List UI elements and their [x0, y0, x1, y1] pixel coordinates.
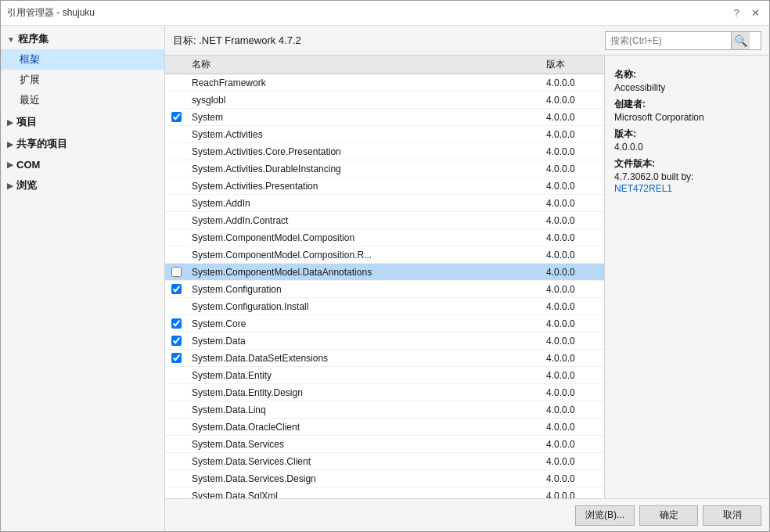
info-creator-label: 创建者:	[614, 98, 760, 111]
row-name: System.Configuration	[187, 284, 542, 295]
row-name: System.Data.Entity	[187, 370, 542, 381]
row-name: ReachFramework	[187, 77, 542, 88]
row-version: 4.0.0.0	[542, 77, 604, 88]
row-name: System.Data	[187, 336, 542, 347]
table-row[interactable]: System.Activities.Core.Presentation4.0.0…	[165, 143, 604, 160]
table-row[interactable]: System.ComponentModel.Composition4.0.0.0	[165, 229, 604, 246]
browse-label: 浏览	[16, 178, 37, 192]
sidebar-header-projects[interactable]: ▶ 项目	[1, 112, 164, 132]
table-row[interactable]: System.Data.SqlXml4.0.0.0	[165, 487, 604, 498]
bottom-bar: 浏览(B)... 确定 取消	[165, 498, 769, 531]
com-label: COM	[16, 159, 40, 171]
info-file-version-value1: 4.7.3062.0 built by:	[614, 171, 760, 182]
table-row[interactable]: System.Data.DataSetExtensions4.0.0.0	[165, 350, 604, 367]
row-version: 4.0.0.0	[542, 95, 604, 106]
info-creator-value: Microsoft Corporation	[614, 112, 760, 123]
table-row[interactable]: System4.0.0.0	[165, 109, 604, 126]
sidebar-header-shared[interactable]: ▶ 共享的项目	[1, 134, 164, 154]
table-row[interactable]: System.Core4.0.0.0	[165, 315, 604, 332]
header-name: 名称	[187, 58, 542, 71]
sidebar-item-framework[interactable]: 框架	[1, 49, 164, 70]
main-window: 引用管理器 - shujuku ? ✕ ▼ 程序集 框架 扩展 最近	[0, 0, 770, 532]
table-row[interactable]: ReachFramework4.0.0.0	[165, 74, 604, 92]
row-name: System.Data.Linq	[187, 404, 542, 415]
info-panel: 名称: Accessibility 创建者: Microsoft Corpora…	[605, 56, 769, 498]
info-version-value: 4.0.0.0	[614, 142, 760, 153]
row-version: 4.0.0.0	[542, 164, 604, 174]
search-input[interactable]	[606, 35, 731, 46]
row-version: 4.0.0.0	[542, 422, 604, 433]
window-controls: ? ✕	[729, 5, 763, 21]
row-checkbox-cell	[165, 336, 187, 346]
table-row[interactable]: System.Data4.0.0.0	[165, 332, 604, 350]
sidebar-item-extensions[interactable]: 扩展	[1, 70, 164, 90]
table-row[interactable]: System.Data.Services.Client4.0.0.0	[165, 453, 604, 470]
search-button[interactable]: 🔍	[731, 32, 750, 49]
row-name: System.Data.OracleClient	[187, 422, 542, 433]
assemblies-label: 程序集	[18, 32, 49, 46]
row-checkbox-input[interactable]	[171, 267, 182, 277]
table-row[interactable]: System.Activities.Presentation4.0.0.0	[165, 178, 604, 195]
projects-label: 项目	[16, 115, 37, 129]
row-checkbox-input[interactable]	[171, 353, 182, 363]
table-row[interactable]: System.Activities.DurableInstancing4.0.0…	[165, 160, 604, 178]
close-button[interactable]: ✕	[747, 5, 763, 21]
sidebar-header-browse[interactable]: ▶ 浏览	[1, 175, 164, 196]
projects-arrow-icon: ▶	[7, 118, 13, 127]
info-name-value: Accessibility	[614, 82, 760, 93]
row-version: 4.0.0.0	[542, 146, 604, 157]
row-name: System.Activities.DurableInstancing	[187, 164, 542, 174]
row-checkbox-input[interactable]	[171, 112, 182, 122]
sidebar-section-browse: ▶ 浏览	[1, 175, 164, 196]
table-row[interactable]: System.ComponentModel.DataAnnotations4.0…	[165, 264, 604, 281]
table-row[interactable]: System.AddIn4.0.0.0	[165, 195, 604, 212]
confirm-button[interactable]: 确定	[639, 505, 698, 526]
row-name: System.ComponentModel.Composition.R...	[187, 250, 542, 261]
sidebar-item-recent[interactable]: 最近	[1, 90, 164, 110]
row-version: 4.0.0.0	[542, 112, 604, 123]
sidebar-header-com[interactable]: ▶ COM	[1, 156, 164, 174]
table-row[interactable]: System.Configuration4.0.0.0	[165, 281, 604, 298]
assemblies-arrow-icon: ▼	[7, 35, 15, 44]
row-version: 4.0.0.0	[542, 473, 604, 484]
cancel-button[interactable]: 取消	[703, 505, 761, 526]
list-area: 名称 版本 ReachFramework4.0.0.0sysglobl4.0.0…	[165, 56, 605, 498]
table-row[interactable]: sysglobl4.0.0.0	[165, 92, 604, 109]
table-row[interactable]: System.Data.OracleClient4.0.0.0	[165, 419, 604, 436]
row-version: 4.0.0.0	[542, 370, 604, 381]
row-name: System.Activities.Core.Presentation	[187, 146, 542, 157]
row-name: System.AddIn.Contract	[187, 215, 542, 226]
sidebar-section-projects: ▶ 项目	[1, 112, 164, 132]
sidebar-header-assemblies[interactable]: ▼ 程序集	[1, 29, 164, 49]
row-checkbox-input[interactable]	[171, 284, 182, 294]
table-row[interactable]: System.Activities4.0.0.0	[165, 126, 604, 143]
row-checkbox-input[interactable]	[171, 318, 182, 329]
row-version: 4.0.0.0	[542, 181, 604, 192]
row-checkbox-input[interactable]	[171, 336, 182, 346]
table-row[interactable]: System.Data.Linq4.0.0.0	[165, 401, 604, 419]
shared-label: 共享的项目	[16, 137, 67, 151]
row-version: 4.0.0.0	[542, 284, 604, 295]
table-row[interactable]: System.AddIn.Contract4.0.0.0	[165, 212, 604, 229]
list-header: 名称 版本	[165, 56, 604, 74]
row-name: System.Data.SqlXml	[187, 491, 542, 499]
row-version: 4.0.0.0	[542, 250, 604, 261]
table-row[interactable]: System.ComponentModel.Composition.R...4.…	[165, 246, 604, 264]
com-arrow-icon: ▶	[7, 160, 13, 169]
row-checkbox-cell	[165, 112, 187, 122]
row-name: System	[187, 112, 542, 123]
table-row[interactable]: System.Data.Services.Design4.0.0.0	[165, 470, 604, 487]
table-row[interactable]: System.Data.Entity4.0.0.0	[165, 367, 604, 384]
row-version: 4.0.0.0	[542, 456, 604, 467]
table-row[interactable]: System.Configuration.Install4.0.0.0	[165, 298, 604, 315]
row-version: 4.0.0.0	[542, 336, 604, 347]
row-checkbox-cell	[165, 284, 187, 294]
table-row[interactable]: System.Data.Entity.Design4.0.0.0	[165, 384, 604, 401]
table-row[interactable]: System.Data.Services4.0.0.0	[165, 436, 604, 453]
help-button[interactable]: ?	[729, 5, 744, 21]
list-scroll[interactable]: ReachFramework4.0.0.0sysglobl4.0.0.0Syst…	[165, 74, 604, 498]
row-name: System.ComponentModel.Composition	[187, 232, 542, 243]
row-name: System.ComponentModel.DataAnnotations	[187, 267, 542, 278]
browse-button[interactable]: 浏览(B)...	[575, 505, 635, 526]
sidebar-section-shared: ▶ 共享的项目	[1, 134, 164, 154]
